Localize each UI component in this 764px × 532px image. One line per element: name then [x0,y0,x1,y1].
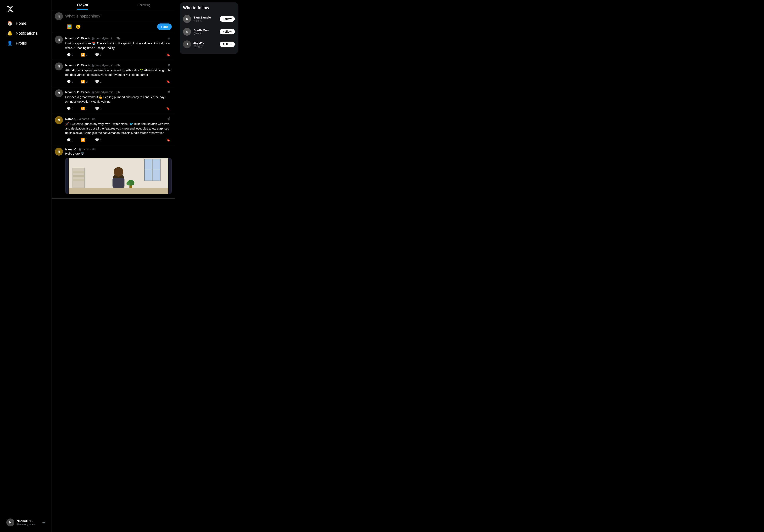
compose-right: 🖼️ 🙂 Post [65,12,172,31]
tweet-media[interactable] [65,158,172,194]
retweet-icon: 🔁 [81,80,85,84]
bookmark-button[interactable]: 🔖 [164,106,172,111]
tab-following[interactable]: Following [113,0,175,10]
sidebar-item-label: Profile [16,41,27,46]
table-row[interactable]: N Nnamdi C. Ekechi @namodynamic · 8h 🗑 F… [52,87,175,114]
reply-button[interactable]: 💬 0 [65,79,75,85]
home-icon: 🏠 [7,21,13,26]
table-row[interactable]: N Namo C. @namo · 8h Hello there 🖥️ [52,145,175,199]
sidebar-user-area[interactable]: N Nnamdi C... @namodynamic ⇥ [4,516,48,529]
tweet-actions: 💬 0 🔁 0 🤍 1 🔖 [65,79,172,85]
post-button[interactable]: Post [157,24,172,30]
avatar: N [55,148,63,156]
sidebar-item-home[interactable]: 🏠 Home [4,18,48,28]
wtf-user-info: South Man @south [193,29,217,35]
avatar: J [183,40,191,48]
bookmark-button[interactable]: 🔖 [164,79,172,85]
retweet-icon: 🔁 [81,138,85,142]
table-row[interactable]: N Nnamdi C. Ekechi @namodynamic · 7h 🗑 L… [52,33,175,60]
follow-button[interactable]: Follow [220,16,235,22]
table-row[interactable]: N Namo C. @namo · 8h 🗑 🚀 Excited to laun… [52,114,175,145]
tweet-actions: 💬 0 🔁 0 🤍 0 🔖 [65,106,172,111]
avatar: N [55,89,63,97]
retweet-button[interactable]: 🔁 0 [80,106,89,111]
sidebar: 🏠 Home 🔔 Notifications 👤 Profile N Nnamd… [0,0,52,532]
list-item[interactable]: J Jay Jay @jayjay Follow [180,38,238,51]
avatar: S [183,15,191,23]
sidebar-username: Nnamdi C... [17,519,40,523]
wtf-user-info: Jay Jay @jayjay [193,41,217,48]
compose-input[interactable] [65,12,172,20]
compose-avatar: N [55,12,63,20]
sidebar-user-handle: @namodynamic [17,523,40,526]
app-logo[interactable] [4,3,48,17]
bookmark-icon: 🔖 [166,138,170,142]
sidebar-item-profile[interactable]: 👤 Profile [4,38,48,48]
reply-icon: 💬 [67,80,71,84]
list-item[interactable]: S Sam Zamelo @samu Follow [180,13,238,25]
tweet-content: Namo C. @namo · 8h 🗑 🚀 Excited to launch… [65,116,172,143]
tweet-header: Namo C. @namo · 8h [65,148,172,151]
delete-tweet-button[interactable]: 🗑 [167,89,172,94]
heart-icon: 🤍 [95,53,99,57]
follow-button[interactable]: Follow [220,42,235,47]
like-button[interactable]: 🤍 0 [94,52,103,58]
tweet-header: Nnamdi C. Ekechi @namodynamic · 8h 🗑 [65,89,172,94]
list-item[interactable]: S South Man @south Follow [180,25,238,38]
emoji-button[interactable]: 🙂 [74,23,83,31]
media-placeholder [66,158,171,194]
heart-icon: 🤍 [95,138,99,142]
delete-tweet-button[interactable]: 🗑 [167,63,172,68]
tweet-header: Nnamdi C. Ekechi @namodynamic · 7h 🗑 [65,36,172,41]
feed-tabs: For you Following [52,0,175,10]
reply-button[interactable]: 💬 0 [65,137,75,143]
bell-icon: 🔔 [7,31,13,36]
tweet-content: Nnamdi C. Ekechi @namodynamic · 8h 🗑 Att… [65,63,172,85]
avatar: S [183,28,191,36]
tab-for-you[interactable]: For you [52,0,113,10]
reply-icon: 💬 [67,53,71,57]
avatar: N [55,36,63,44]
bookmark-button[interactable]: 🔖 [164,52,172,58]
wtf-user-info: Sam Zamelo @samu [193,16,217,22]
avatar: N [55,63,63,71]
heart-icon: 🤍 [95,80,99,84]
sidebar-nav: 🏠 Home 🔔 Notifications 👤 Profile [4,18,48,48]
svg-rect-8 [73,179,85,181]
like-button[interactable]: 🤍 0 [94,106,103,111]
tweet-header: Nnamdi C. Ekechi @namodynamic · 8h 🗑 [65,63,172,68]
table-row[interactable]: N Nnamdi C. Ekechi @namodynamic · 8h 🗑 A… [52,60,175,87]
retweet-icon: 🔁 [81,53,85,57]
reply-button[interactable]: 💬 0 [65,52,75,58]
tweet-content: Namo C. @namo · 8h Hello there 🖥️ [65,148,172,196]
sidebar-user-info: Nnamdi C... @namodynamic [17,519,40,526]
bookmark-icon: 🔖 [166,107,170,110]
image-upload-button[interactable]: 🖼️ [65,23,74,31]
follow-button[interactable]: Follow [220,29,235,34]
bookmark-button[interactable]: 🔖 [164,137,172,143]
sidebar-item-label: Home [16,21,26,26]
delete-tweet-button[interactable]: 🗑 [167,116,172,121]
like-button[interactable]: 🤍 1 [94,79,103,85]
avatar: N [55,116,63,124]
delete-tweet-button[interactable]: 🗑 [167,36,172,41]
reply-icon: 💬 [67,107,71,110]
compose-icons: 🖼️ 🙂 [65,23,83,31]
svg-point-11 [126,182,130,185]
retweet-icon: 🔁 [81,107,85,110]
compose-actions: 🖼️ 🙂 Post [65,21,172,31]
bookmark-icon: 🔖 [166,53,170,57]
svg-rect-6 [73,171,85,173]
avatar: N [6,518,14,526]
compose-area: N 🖼️ 🙂 Post [52,10,175,33]
retweet-button[interactable]: 🔁 0 [80,79,89,85]
avatar-initials: N [9,521,12,524]
tweet-actions: 💬 0 🔁 0 🤍 1 🔖 [65,137,172,143]
reply-icon: 💬 [67,138,71,142]
sidebar-item-notifications[interactable]: 🔔 Notifications [4,28,48,38]
who-to-follow-title: Who to follow [180,6,238,13]
retweet-button[interactable]: 🔁 0 [80,137,89,143]
like-button[interactable]: 🤍 1 [94,137,103,143]
reply-button[interactable]: 💬 0 [65,106,75,111]
retweet-button[interactable]: 🔁 0 [80,52,89,58]
